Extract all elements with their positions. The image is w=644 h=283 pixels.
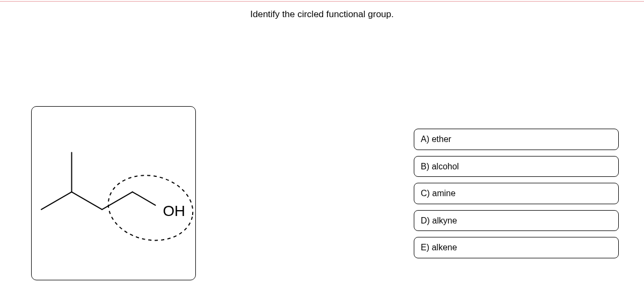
molecule-structure-box: OH <box>31 106 196 280</box>
question-title: Identify the circled functional group. <box>0 9 644 20</box>
svg-line-4 <box>133 192 156 205</box>
top-divider <box>0 1 644 2</box>
molecule-diagram: OH <box>32 107 195 280</box>
option-e[interactable]: E) alkene <box>414 237 619 258</box>
oh-label: OH <box>163 203 185 219</box>
option-c[interactable]: C) amine <box>414 183 619 204</box>
svg-line-0 <box>41 192 72 210</box>
option-a[interactable]: A) ether <box>414 129 619 150</box>
option-b[interactable]: B) alcohol <box>414 156 619 177</box>
answer-options: A) ether B) alcohol C) amine D) alkyne E… <box>414 129 619 258</box>
svg-line-2 <box>72 192 103 210</box>
svg-line-3 <box>102 192 133 210</box>
option-d[interactable]: D) alkyne <box>414 210 619 232</box>
